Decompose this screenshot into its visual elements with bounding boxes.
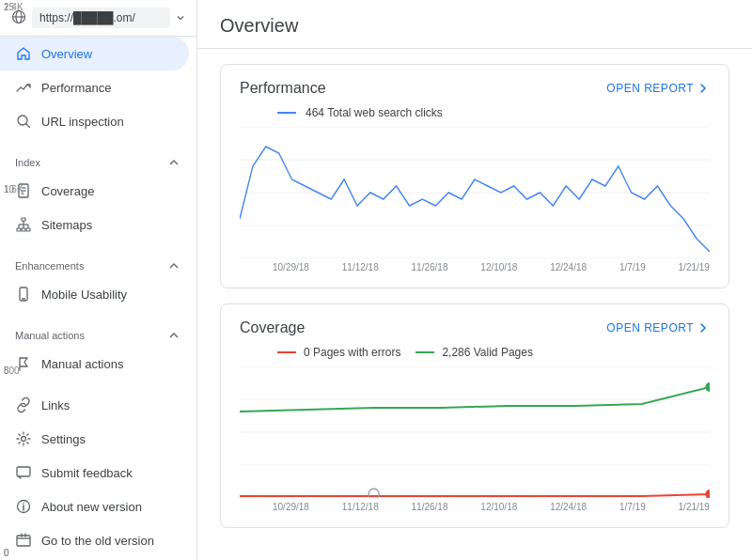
performance-card: Performance OPEN REPORT 464 Total web se…: [220, 64, 729, 288]
sidebar-item-label: Overview: [41, 47, 92, 61]
performance-card-title: Performance: [240, 80, 326, 97]
chevron-right-icon: [697, 82, 710, 95]
performance-legend: 464 Total web search clicks: [240, 106, 710, 119]
svg-point-38: [705, 382, 710, 392]
main-content: Overview Performance OPEN REPORT 464 Tot…: [197, 0, 752, 560]
legend-valid: 2,286 Valid Pages: [415, 346, 533, 359]
legend-valid-line: [415, 351, 434, 353]
svg-point-39: [705, 490, 710, 498]
sidebar-item-label: Coverage: [41, 184, 94, 198]
coverage-card-header: Coverage OPEN REPORT: [240, 319, 710, 336]
coverage-card-title: Coverage: [240, 319, 305, 336]
coverage-chart-svg: [240, 366, 710, 498]
sidebar-item-label: Settings: [41, 432, 86, 446]
legend-errors: 0 Pages with errors: [277, 346, 400, 359]
sidebar-item-label: Manual actions: [41, 357, 123, 371]
performance-chart-svg: [240, 127, 710, 258]
coverage-x-axis: 10/29/18 11/12/18 11/26/18 12/10/18 12/2…: [240, 498, 710, 512]
dropdown-icon: [176, 11, 185, 25]
sidebar-item-label: Links: [41, 398, 70, 412]
legend-errors-line: [277, 351, 296, 353]
current-url: https://█████.om/: [32, 8, 170, 28]
sidebar-item-label: Sitemaps: [41, 218, 92, 232]
collapse-icon: [166, 258, 181, 273]
sidebar-item-label: Mobile Usability: [41, 288, 127, 302]
performance-legend-line: [277, 112, 296, 114]
sidebar-item-label: About new version: [41, 500, 142, 514]
sidebar-item-label: URL inspection: [41, 115, 124, 129]
performance-card-header: Performance OPEN REPORT: [240, 80, 710, 97]
page-title: Overview: [197, 0, 752, 49]
chevron-right-icon: [697, 321, 710, 334]
coverage-open-report[interactable]: OPEN REPORT: [606, 321, 710, 334]
coverage-legend: 0 Pages with errors 2,286 Valid Pages: [240, 346, 710, 359]
performance-legend-label: 464 Total web search clicks: [306, 106, 443, 119]
legend-errors-label: 0 Pages with errors: [304, 346, 400, 359]
sidebar-item-label: Submit feedback: [41, 466, 133, 480]
collapse-icon: [166, 155, 181, 170]
performance-open-report[interactable]: OPEN REPORT: [606, 82, 710, 95]
sidebar-item-label: Go to the old version: [41, 534, 154, 548]
cards-container: Performance OPEN REPORT 464 Total web se…: [197, 49, 752, 543]
sidebar-item-label: Performance: [41, 81, 111, 95]
legend-valid-label: 2,286 Valid Pages: [442, 346, 533, 359]
performance-x-axis: 10/29/18 11/12/18 11/26/18 12/10/18 12/2…: [240, 258, 710, 272]
coverage-card: Coverage OPEN REPORT 0 Pages with errors…: [220, 303, 729, 528]
collapse-icon: [166, 328, 181, 343]
